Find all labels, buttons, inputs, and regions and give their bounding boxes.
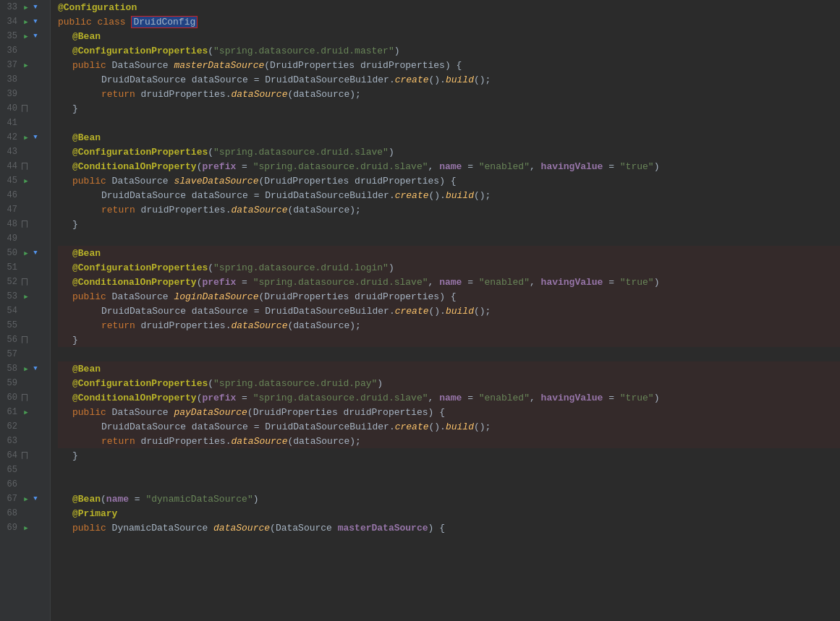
- run-icon-37[interactable]: ▶: [22, 61, 30, 69]
- run-icon-50[interactable]: ▶: [22, 249, 30, 257]
- bookmark-icon-40[interactable]: [22, 104, 29, 113]
- annotation-configuration: @Configuration: [58, 2, 137, 13]
- dot-39: .: [226, 89, 232, 100]
- gutter-icons-40[interactable]: [22, 104, 50, 113]
- paren-51: (: [208, 262, 213, 273]
- bookmark-icon-60[interactable]: [22, 393, 29, 402]
- gutter-icons-61[interactable]: ▶: [22, 408, 50, 416]
- annotation-configprops-36: @ConfigurationProperties: [72, 46, 208, 56]
- gutter-icons-50[interactable]: ▶ ▼: [22, 249, 50, 257]
- code-line-68: @Primary: [58, 506, 840, 521]
- gutter-icons-34[interactable]: ▶ ▼: [22, 17, 50, 26]
- bookmark-icon-52[interactable]: [22, 278, 29, 286]
- string-slave-prefix-60: "spring.datasource.druid.slave": [253, 393, 428, 403]
- param-datasource-62: dataSource: [192, 421, 248, 432]
- code-line-64: }: [58, 448, 840, 463]
- gutter-icons-52[interactable]: [22, 278, 50, 286]
- line-num-57: 57: [0, 349, 22, 359]
- gutter-row-58: 58 ▶ ▼: [0, 361, 50, 376]
- code-line-41: [58, 116, 840, 130]
- gutter-icons-67[interactable]: ▶ ▼: [22, 494, 50, 503]
- code-line-57: [58, 347, 840, 361]
- run-icon-61[interactable]: ▶: [22, 408, 30, 416]
- gutter-icons-56[interactable]: [22, 335, 50, 344]
- bookmark-icon-56[interactable]: [22, 335, 29, 344]
- gutter-row-35: 35 ▶ ▼: [0, 29, 50, 43]
- line-num-64: 64: [0, 450, 22, 461]
- line-num-36: 36: [0, 46, 22, 56]
- paren-67: (: [101, 494, 106, 505]
- gutter-icons-53[interactable]: ▶: [22, 292, 50, 301]
- eq-44: =: [236, 161, 253, 172]
- gutter-row-53: 53 ▶: [0, 289, 50, 304]
- run-icon-58[interactable]: ▶: [22, 364, 30, 373]
- fold-icon-67[interactable]: ▼: [31, 494, 40, 503]
- paren-close-61: ) {: [428, 407, 445, 418]
- line-num-67: 67: [0, 494, 22, 504]
- run-icon-34[interactable]: ▶: [22, 17, 30, 26]
- kw-return-47: return: [101, 205, 141, 215]
- bookmark-icon-44[interactable]: [22, 162, 29, 171]
- method-build-54: build: [446, 306, 474, 317]
- method-login: loginDataSource: [174, 291, 258, 302]
- type-datasource-53: DataSource: [112, 291, 174, 302]
- gutter-icons-60[interactable]: [22, 393, 50, 402]
- gutter-row-56: 56: [0, 333, 50, 347]
- code-line-61: public DataSource payDataSource(DruidPro…: [58, 405, 840, 419]
- gutter-icons-33[interactable]: ▶ ▼: [22, 3, 50, 12]
- code-line-46: DruidDataSource dataSource = DruidDataSo…: [58, 188, 840, 202]
- run-icon-42[interactable]: ▶: [22, 133, 30, 142]
- type-druidprops-37: DruidProperties: [270, 60, 360, 71]
- run-icon-33[interactable]: ▶: [22, 3, 30, 12]
- dot-38: .: [389, 74, 395, 85]
- kw-return-39: return: [101, 89, 141, 100]
- run-icon-35[interactable]: ▶: [22, 32, 30, 40]
- fold-icon-34[interactable]: ▼: [31, 17, 40, 26]
- fold-icon-58[interactable]: ▼: [31, 364, 40, 373]
- gutter-row-45: 45 ▶: [0, 174, 50, 188]
- dot-47: .: [226, 205, 232, 215]
- keyword-class-34: class: [98, 17, 132, 27]
- gutter-icons-44[interactable]: [22, 162, 50, 171]
- gutter-icons-48[interactable]: [22, 220, 50, 228]
- run-icon-53[interactable]: ▶: [22, 292, 30, 301]
- method-pay: payDataSource: [174, 407, 247, 418]
- annotation-bean-67: @Bean: [72, 494, 101, 505]
- gutter-icons-58[interactable]: ▶ ▼: [22, 364, 50, 373]
- gutter-icons-37[interactable]: ▶: [22, 61, 50, 69]
- param-druidprops-45: druidProperties: [355, 176, 439, 187]
- code-line-36: @ConfigurationProperties("spring.datasou…: [58, 43, 840, 58]
- gutter-row-44: 44: [0, 159, 50, 174]
- run-icon-67[interactable]: ▶: [22, 494, 30, 503]
- run-icon-69[interactable]: ▶: [22, 523, 30, 532]
- gutter-row-34: 34 ▶ ▼: [0, 14, 50, 29]
- paren-36: (: [208, 46, 213, 56]
- gutter-icons-35[interactable]: ▶ ▼: [22, 32, 50, 40]
- type-builder-46: DruidDataSourceBuilder: [265, 190, 389, 201]
- comma2-44: ,: [530, 161, 541, 172]
- type-builder-62: DruidDataSourceBuilder: [265, 421, 389, 432]
- fold-icon-50[interactable]: ▼: [31, 249, 40, 257]
- paren-54: ().: [429, 306, 446, 317]
- gutter-icons-42[interactable]: ▶ ▼: [22, 133, 50, 142]
- fold-icon-42[interactable]: ▼: [31, 133, 40, 142]
- code-line-69: public DynamicDataSource dataSource(Data…: [58, 521, 840, 535]
- string-true-60: "true": [620, 393, 654, 403]
- code-content[interactable]: @Configuration public class DruidConfig …: [51, 0, 840, 621]
- type-druidprops-61: DruidProperties: [253, 407, 344, 418]
- gutter-row-54: 54: [0, 304, 50, 318]
- fold-icon-33[interactable]: ▼: [31, 3, 40, 12]
- gutter-icons-69[interactable]: ▶: [22, 523, 50, 532]
- gutter-icons-64[interactable]: [22, 451, 50, 460]
- run-icon-45[interactable]: ▶: [22, 176, 30, 185]
- string-pay: "spring.datasource.druid.pay": [213, 378, 377, 389]
- fold-icon2-35[interactable]: ▼: [31, 32, 40, 40]
- close-brace-56: }: [72, 335, 78, 346]
- type-druidprops-45: DruidProperties: [264, 176, 355, 187]
- method-create-46: create: [395, 190, 429, 201]
- code-line-49: [58, 231, 840, 246]
- gutter-icons-45[interactable]: ▶: [22, 176, 50, 185]
- bookmark-icon-48[interactable]: [22, 220, 29, 228]
- bookmark-icon-64[interactable]: [22, 451, 29, 460]
- attr-having-52: havingValue: [541, 277, 603, 288]
